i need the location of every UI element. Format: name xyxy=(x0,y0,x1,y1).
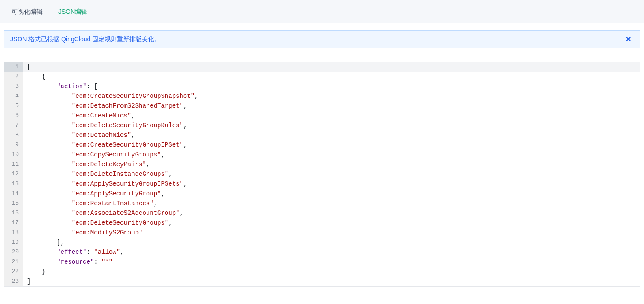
code-content[interactable]: "action": [ xyxy=(23,82,98,91)
code-content[interactable]: "resource": "*" xyxy=(23,257,113,267)
editor-line[interactable]: 12 "ecm:DeleteInstanceGroups", xyxy=(4,169,640,179)
code-content[interactable]: "ecm:CreateSecurityGroupIPSet", xyxy=(23,140,187,150)
json-string: "*" xyxy=(101,258,113,265)
line-number: 1 xyxy=(4,62,23,72)
line-number: 2 xyxy=(4,72,23,82)
alert-message: JSON 格式已根据 QingCloud 固定规则重新排版美化。 xyxy=(10,35,160,43)
code-content[interactable]: "ecm:ApplySecurityGroupIPSets", xyxy=(23,179,187,189)
editor-line[interactable]: 9 "ecm:CreateSecurityGroupIPSet", xyxy=(4,140,640,150)
json-string: "ecm:CopySecurityGroups" xyxy=(72,151,161,158)
json-punct: , xyxy=(183,122,187,129)
json-string: "ecm:CreateSecurityGroupSnapshot" xyxy=(72,93,194,100)
line-number: 10 xyxy=(4,150,23,160)
editor-line[interactable]: 7 "ecm:DeleteSecurityGroupRules", xyxy=(4,121,640,130)
line-number: 21 xyxy=(4,257,23,267)
editor-line[interactable]: 14 "ecm:ApplySecurityGroup", xyxy=(4,189,640,199)
json-punct: ], xyxy=(57,239,64,246)
editor-line[interactable]: 22 } xyxy=(4,267,640,277)
editor-line[interactable]: 21 "resource": "*" xyxy=(4,257,640,267)
line-number: 5 xyxy=(4,101,23,111)
line-number: 7 xyxy=(4,121,23,130)
editor-line[interactable]: 2 { xyxy=(4,72,640,82)
json-string: "ecm:DeleteKeyPairs" xyxy=(72,161,146,168)
editor-line[interactable]: 23] xyxy=(4,277,640,286)
editor-line[interactable]: 8 "ecm:DetachNics", xyxy=(4,130,640,140)
code-content[interactable]: "ecm:ApplySecurityGroup", xyxy=(23,189,165,199)
editor-line[interactable]: 19 ], xyxy=(4,238,640,247)
json-punct: ] xyxy=(27,278,31,285)
code-content[interactable]: "ecm:DeleteSecurityGroups", xyxy=(23,218,172,228)
code-content[interactable]: "ecm:DeleteInstanceGroups", xyxy=(23,169,172,179)
json-punct: , xyxy=(146,161,150,168)
tab-visual-edit[interactable]: 可视化编辑 xyxy=(4,0,50,23)
json-key: "action" xyxy=(57,83,86,90)
editor-line[interactable]: 17 "ecm:DeleteSecurityGroups", xyxy=(4,218,640,228)
editor-line[interactable]: 20 "effect": "allow", xyxy=(4,247,640,257)
tab-json-edit[interactable]: JSON编辑 xyxy=(50,0,95,23)
line-number: 9 xyxy=(4,140,23,150)
editor-line[interactable]: 15 "ecm:RestartInstances", xyxy=(4,199,640,208)
code-content[interactable]: "ecm:ModifyS2Group" xyxy=(23,228,142,238)
json-punct: : [ xyxy=(86,83,97,90)
json-punct: , xyxy=(179,210,183,217)
editor-line[interactable]: 16 "ecm:AssociateS2AccountGroup", xyxy=(4,208,640,218)
json-punct: , xyxy=(161,151,164,158)
json-string: "ecm:ApplySecurityGroup" xyxy=(72,190,161,197)
line-number: 17 xyxy=(4,218,23,228)
line-number: 19 xyxy=(4,238,23,247)
json-string: "ecm:CreateSecurityGroupIPSet" xyxy=(72,141,183,148)
json-punct: , xyxy=(183,141,187,148)
alert-close-button[interactable]: ✕ xyxy=(623,35,634,43)
json-key: "effect" xyxy=(57,249,86,256)
code-content[interactable]: [ xyxy=(23,62,31,72)
json-punct: , xyxy=(161,190,164,197)
editor-line[interactable]: 4 "ecm:CreateSecurityGroupSnapshot", xyxy=(4,91,640,101)
code-content[interactable]: "effect": "allow", xyxy=(23,247,124,257)
editor-line[interactable]: 11 "ecm:DeleteKeyPairs", xyxy=(4,160,640,169)
line-number: 8 xyxy=(4,130,23,140)
json-punct: , xyxy=(183,102,187,109)
json-punct: , xyxy=(194,93,198,100)
json-string: "ecm:AssociateS2AccountGroup" xyxy=(72,210,180,217)
json-punct: , xyxy=(183,180,187,187)
editor-line[interactable]: 6 "ecm:CreateNics", xyxy=(4,111,640,121)
code-content[interactable]: "ecm:DetachFromS2SharedTarget", xyxy=(23,101,187,111)
editor-line[interactable]: 10 "ecm:CopySecurityGroups", xyxy=(4,150,640,160)
code-content[interactable]: { xyxy=(23,72,46,82)
json-punct: } xyxy=(42,268,46,275)
editor-line[interactable]: 13 "ecm:ApplySecurityGroupIPSets", xyxy=(4,179,640,189)
code-content[interactable]: "ecm:AssociateS2AccountGroup", xyxy=(23,208,183,218)
json-punct: { xyxy=(42,73,46,80)
code-content[interactable]: "ecm:DeleteKeyPairs", xyxy=(23,160,150,169)
json-punct: , xyxy=(131,112,135,119)
editor-line[interactable]: 1[ xyxy=(4,62,640,72)
line-number: 12 xyxy=(4,169,23,179)
json-string: "ecm:CreateNics" xyxy=(72,112,131,119)
editor-line[interactable]: 18 "ecm:ModifyS2Group" xyxy=(4,228,640,238)
code-content[interactable]: ], xyxy=(23,238,64,247)
code-content[interactable]: "ecm:CopySecurityGroups", xyxy=(23,150,165,160)
line-number: 15 xyxy=(4,199,23,208)
json-punct: , xyxy=(154,200,157,207)
code-content[interactable]: "ecm:DetachNics", xyxy=(23,130,135,140)
json-string: "ecm:DeleteSecurityGroups" xyxy=(72,219,168,226)
line-number: 16 xyxy=(4,208,23,218)
code-content[interactable]: ] xyxy=(23,277,31,286)
code-content[interactable]: "ecm:CreateSecurityGroupSnapshot", xyxy=(23,91,198,101)
json-editor[interactable]: 1[2 {3 "action": [4 "ecm:CreateSecurityG… xyxy=(4,62,640,287)
code-content[interactable]: "ecm:CreateNics", xyxy=(23,111,135,121)
editor-line[interactable]: 3 "action": [ xyxy=(4,82,640,91)
line-number: 23 xyxy=(4,277,23,286)
json-string: "ecm:DetachFromS2SharedTarget" xyxy=(72,102,183,109)
json-punct: , xyxy=(168,171,172,178)
editor-line[interactable]: 5 "ecm:DetachFromS2SharedTarget", xyxy=(4,101,640,111)
json-key: "resource" xyxy=(57,258,94,265)
code-content[interactable]: "ecm:DeleteSecurityGroupRules", xyxy=(23,121,187,130)
json-string: "ecm:DeleteInstanceGroups" xyxy=(72,171,168,178)
code-content[interactable]: "ecm:RestartInstances", xyxy=(23,199,157,208)
line-number: 11 xyxy=(4,160,23,169)
editor-tabs: 可视化编辑 JSON编辑 xyxy=(0,0,644,23)
info-alert: JSON 格式已根据 QingCloud 固定规则重新排版美化。 ✕ xyxy=(4,30,640,48)
code-content[interactable]: } xyxy=(23,267,46,277)
line-number: 13 xyxy=(4,179,23,189)
